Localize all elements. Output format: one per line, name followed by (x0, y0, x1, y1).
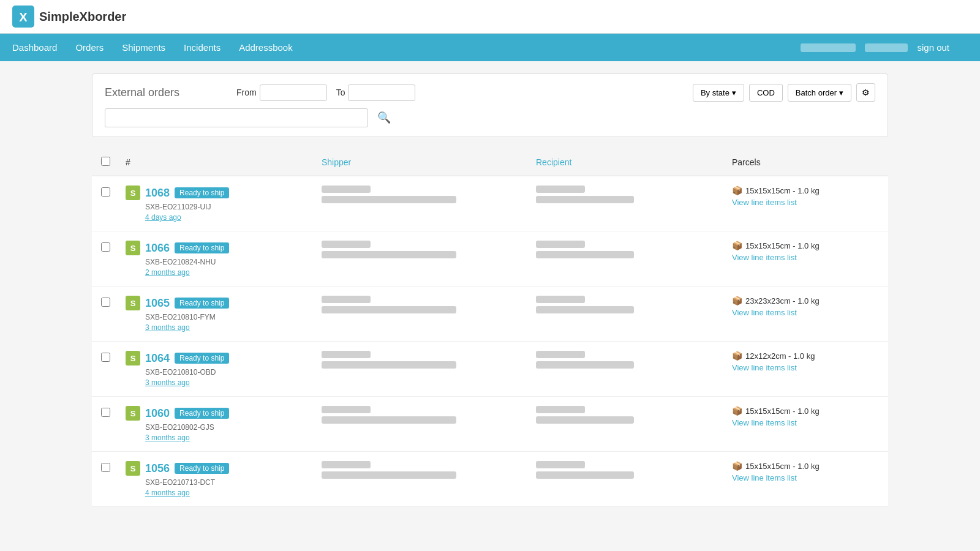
shopify-icon-5: S (126, 461, 140, 476)
settings-button[interactable]: ⚙ (856, 83, 875, 102)
order-num-cell-2: S 1065 Ready to ship SXB-EO210810-FYM 3 … (126, 296, 322, 332)
header-parcels-label: Parcels (732, 157, 761, 167)
view-items-link-2[interactable]: View line items list (732, 308, 797, 317)
order-number-3[interactable]: 1064 (145, 352, 170, 365)
header-hash-label: # (126, 157, 130, 167)
app-name: SimpleXborder (39, 10, 126, 24)
row-checkbox-4[interactable] (101, 408, 110, 417)
logo-icon: X (12, 6, 34, 28)
row-checkbox-1[interactable] (101, 242, 110, 252)
sign-out-link[interactable]: sign out (917, 35, 949, 60)
search-button[interactable]: 🔍 (374, 108, 394, 127)
filter-row1: External orders From To By state ▾ COD B… (105, 83, 875, 102)
status-badge-1: Ready to ship (175, 242, 229, 253)
parcel-box-icon-1: 📦 (732, 241, 742, 250)
parcel-dimensions-1: 15x15x15cm - 1.0 kg (745, 241, 820, 250)
order-time-5[interactable]: 4 months ago (145, 489, 322, 497)
parcel-dimensions-5: 15x15x15cm - 1.0 kg (745, 462, 820, 471)
view-items-link-0[interactable]: View line items list (732, 198, 797, 207)
order-num-cell-3: S 1064 Ready to ship SXB-EO210810-OBD 3 … (126, 351, 322, 387)
order-number-1[interactable]: 1066 (145, 242, 170, 255)
row-check-2 (101, 296, 126, 309)
order-num-line-2: S 1065 Ready to ship (126, 296, 322, 310)
header-hash: # (126, 157, 322, 167)
row-checkbox-5[interactable] (101, 463, 110, 472)
recipient-name-blurred-3 (536, 351, 585, 358)
recipient-cell-1 (536, 241, 732, 261)
shipper-name-blurred-0 (322, 186, 371, 193)
shipper-name-blurred-5 (322, 461, 371, 468)
nav-dashboard[interactable]: Dashboard (12, 35, 57, 60)
view-items-link-5[interactable]: View line items list (732, 473, 797, 482)
row-checkbox-3[interactable] (101, 353, 110, 362)
header-shipper-label: Shipper (322, 157, 351, 167)
from-date-input[interactable] (260, 84, 327, 101)
status-badge-2: Ready to ship (175, 298, 229, 309)
table-header: # Shipper Recipient Parcels (92, 149, 888, 176)
recipient-address-blurred-4 (536, 416, 634, 424)
order-ref-1: SXB-EO210824-NHU (145, 258, 322, 266)
table-row: S 1056 Ready to ship SXB-EO210713-DCT 4 … (92, 452, 888, 507)
row-check-1 (101, 241, 126, 253)
order-ref-2: SXB-EO210810-FYM (145, 313, 322, 321)
by-state-button[interactable]: By state ▾ (693, 84, 744, 102)
order-num-line-3: S 1064 Ready to ship (126, 351, 322, 365)
parcels-cell-0: 📦 15x15x15cm - 1.0 kg View line items li… (732, 186, 879, 207)
nav-shipments[interactable]: Shipments (122, 35, 165, 60)
search-input[interactable] (105, 108, 368, 127)
user-name-blurred (801, 43, 856, 52)
order-ref-4: SXB-EO210802-GJS (145, 423, 322, 432)
search-icon: 🔍 (377, 111, 391, 124)
order-time-2[interactable]: 3 months ago (145, 323, 322, 332)
order-number-0[interactable]: 1068 (145, 187, 170, 200)
order-ref-3: SXB-EO210810-OBD (145, 368, 322, 377)
shopify-icon-0: S (126, 186, 140, 200)
filter-buttons: By state ▾ COD Batch order ▾ ⚙ (693, 83, 875, 102)
table-row: S 1065 Ready to ship SXB-EO210810-FYM 3 … (92, 287, 888, 342)
row-checkbox-0[interactable] (101, 187, 110, 197)
row-check-0 (101, 186, 126, 198)
shipper-cell-3 (322, 351, 536, 372)
shopify-icon-2: S (126, 296, 140, 310)
table-row: S 1060 Ready to ship SXB-EO210802-GJS 3 … (92, 397, 888, 452)
parcel-dimensions-3: 12x12x2cm - 1.0 kg (745, 351, 815, 361)
parcels-cell-1: 📦 15x15x15cm - 1.0 kg View line items li… (732, 241, 879, 262)
view-items-link-3[interactable]: View line items list (732, 363, 797, 372)
shipper-cell-0 (322, 186, 536, 206)
view-items-link-1[interactable]: View line items list (732, 253, 797, 262)
order-time-1[interactable]: 2 months ago (145, 268, 322, 277)
shipper-name-blurred-4 (322, 406, 371, 413)
batch-chevron-icon: ▾ (839, 88, 843, 97)
order-time-0[interactable]: 4 days ago (145, 213, 322, 222)
row-checkbox-2[interactable] (101, 298, 110, 307)
nav-orders[interactable]: Orders (75, 35, 104, 60)
view-items-link-4[interactable]: View line items list (732, 418, 797, 427)
shopify-icon-3: S (126, 351, 140, 365)
row-check-3 (101, 351, 126, 364)
table-row: S 1068 Ready to ship SXB-EO211029-UIJ 4 … (92, 176, 888, 231)
row-check-5 (101, 461, 126, 474)
shipper-name-blurred-1 (322, 241, 371, 248)
order-number-2[interactable]: 1065 (145, 297, 170, 310)
filter-row2: 🔍 (105, 108, 875, 127)
recipient-cell-3 (536, 351, 732, 372)
select-all-checkbox[interactable] (101, 157, 110, 166)
order-time-4[interactable]: 3 months ago (145, 433, 322, 442)
parcel-size-2: 📦 23x23x23cm - 1.0 kg (732, 296, 879, 305)
svg-text:X: X (19, 10, 28, 24)
batch-order-button[interactable]: Batch order ▾ (788, 84, 851, 102)
shipper-name-blurred-3 (322, 351, 371, 358)
parcel-size-5: 📦 15x15x15cm - 1.0 kg (732, 461, 879, 471)
order-number-4[interactable]: 1060 (145, 407, 170, 420)
recipient-name-blurred-1 (536, 241, 585, 248)
order-number-5[interactable]: 1056 (145, 462, 170, 475)
cod-button[interactable]: COD (749, 84, 783, 102)
recipient-address-blurred-1 (536, 251, 634, 258)
nav-addressbook[interactable]: Addressbook (239, 35, 293, 60)
order-time-3[interactable]: 3 months ago (145, 378, 322, 387)
nav-incidents[interactable]: Incidents (184, 35, 221, 60)
recipient-cell-5 (536, 461, 732, 482)
to-date-input[interactable] (348, 84, 415, 101)
recipient-cell-0 (536, 186, 732, 206)
order-num-cell-1: S 1066 Ready to ship SXB-EO210824-NHU 2 … (126, 241, 322, 277)
